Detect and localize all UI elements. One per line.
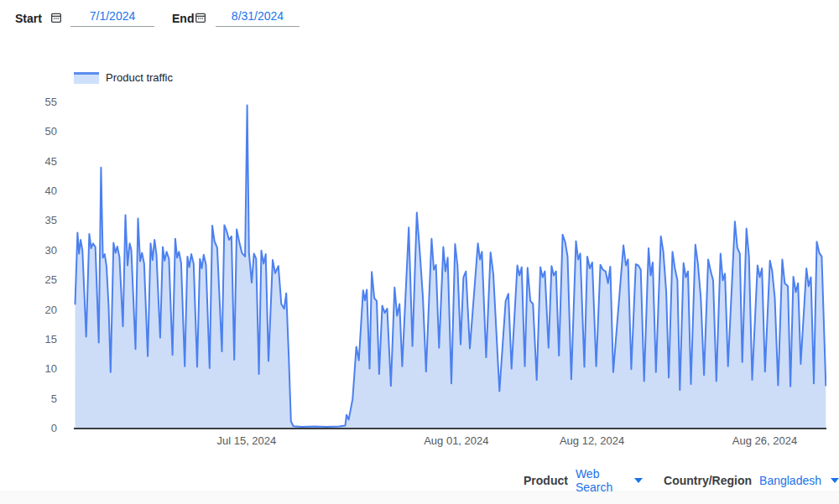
y-tick-label: 40 bbox=[29, 184, 57, 198]
y-tick-label: 50 bbox=[29, 125, 57, 138]
y-tick-label: 15 bbox=[29, 333, 57, 346]
region-label: Country/Region bbox=[664, 474, 752, 487]
y-tick-label: 10 bbox=[29, 362, 57, 376]
x-tick-label: Jul 15, 2024 bbox=[205, 434, 289, 448]
x-tick-label: Aug 12, 2024 bbox=[550, 434, 634, 448]
y-tick-label: 20 bbox=[29, 304, 57, 317]
x-tick-label: Aug 01, 2024 bbox=[414, 434, 498, 448]
y-tick-label: 0 bbox=[29, 422, 57, 435]
chart-legend: Product traffic bbox=[74, 71, 173, 84]
x-tick-label: Aug 26, 2024 bbox=[722, 434, 806, 448]
next-section-divider bbox=[0, 491, 839, 504]
start-date-label: Start bbox=[15, 12, 42, 25]
y-tick-label: 45 bbox=[29, 155, 57, 169]
y-tick-label: 25 bbox=[29, 273, 57, 287]
area-chart-svg bbox=[74, 102, 826, 429]
product-dropdown-arrow-icon[interactable] bbox=[634, 478, 643, 483]
legend-label: Product traffic bbox=[106, 71, 173, 84]
end-calendar-icon[interactable] bbox=[194, 11, 207, 24]
y-tick-label: 55 bbox=[29, 96, 57, 109]
traffic-area-chart[interactable] bbox=[74, 102, 826, 429]
region-select[interactable]: Bangladesh bbox=[759, 474, 821, 487]
legend-area-swatch-icon bbox=[74, 72, 99, 84]
y-tick-label: 30 bbox=[29, 244, 57, 257]
start-date-input[interactable] bbox=[70, 9, 154, 27]
product-select[interactable]: Web Search bbox=[576, 467, 625, 494]
start-calendar-icon[interactable] bbox=[50, 11, 63, 24]
product-label: Product bbox=[524, 474, 568, 487]
y-tick-label: 5 bbox=[29, 392, 57, 406]
y-tick-label: 35 bbox=[29, 214, 57, 227]
end-date-input[interactable] bbox=[216, 9, 300, 27]
x-axis-line bbox=[74, 428, 826, 429]
chart-filters: Product Web Search Country/Region Bangla… bbox=[524, 467, 839, 494]
region-dropdown-arrow-icon[interactable] bbox=[831, 478, 839, 483]
end-date-label: End bbox=[172, 12, 194, 25]
